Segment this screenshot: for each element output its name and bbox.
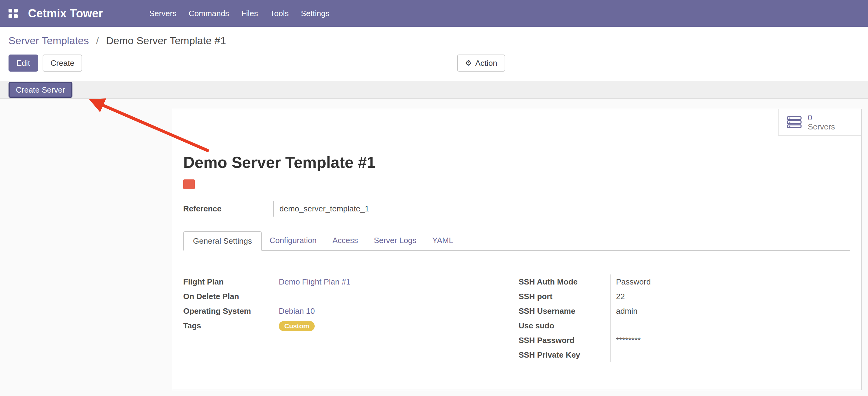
nav-item-tools[interactable]: Tools [270, 9, 289, 18]
page: Cetmix Tower Servers Commands Files Tool… [0, 0, 868, 396]
form-column-right: SSH Auth Mode Password SSH port 22 SSH U… [519, 275, 850, 362]
main-menu: Servers Commands Files Tools Settings [149, 9, 329, 18]
ssh-username-value: admin [610, 304, 850, 318]
field-label: SSH Password [519, 336, 610, 345]
field-label: Flight Plan [183, 277, 273, 287]
field-row-ssh-username: SSH Username admin [519, 304, 850, 318]
ssh-auth-mode-value: Password [610, 275, 850, 289]
field-row-tags: Tags Custom [183, 318, 519, 333]
record-toolbar: Edit Create ⚙ Action [8, 55, 860, 72]
action-button[interactable]: ⚙ Action [457, 55, 505, 72]
record-sheet: Demo Server Template #1 Reference demo_s… [172, 154, 861, 362]
breadcrumb: Server Templates / Demo Server Template … [0, 27, 868, 52]
field-row-use-sudo: Use sudo [519, 318, 850, 333]
field-label: SSH Private Key [519, 350, 610, 360]
field-row-ssh-private-key: SSH Private Key [519, 347, 850, 362]
field-label: SSH Username [519, 306, 610, 316]
apps-grid-square [14, 14, 18, 18]
create-button[interactable]: Create [42, 55, 82, 72]
apps-grid-icon[interactable] [8, 9, 18, 18]
notebook-tabs: General Settings Configuration Access Se… [183, 231, 850, 251]
field-label: SSH Auth Mode [519, 277, 610, 287]
tags-value: Custom [273, 321, 315, 331]
general-settings-form: Flight Plan Demo Flight Plan #1 On Delet… [183, 275, 850, 362]
tab-server-logs[interactable]: Server Logs [366, 231, 424, 250]
ssh-password-value: ******** [610, 333, 850, 347]
field-label: Tags [183, 321, 273, 331]
record-card: 0 Servers Demo Server Template #1 Refere… [172, 109, 862, 390]
nav-item-servers[interactable]: Servers [149, 9, 177, 18]
flight-plan-link[interactable]: Demo Flight Plan #1 [273, 277, 351, 287]
field-row-flight-plan: Flight Plan Demo Flight Plan #1 [183, 275, 519, 289]
action-button-label: Action [475, 58, 497, 68]
template-color-swatch [183, 179, 195, 189]
form-column-left: Flight Plan Demo Flight Plan #1 On Delet… [183, 275, 519, 362]
nav-item-commands[interactable]: Commands [189, 9, 229, 18]
server-stack-icon [787, 116, 802, 128]
breadcrumb-parent-link[interactable]: Server Templates [8, 35, 89, 46]
stat-value: 0 [808, 113, 835, 122]
tab-general-settings[interactable]: General Settings [183, 231, 262, 251]
field-label: SSH port [519, 292, 610, 301]
field-row-on-delete-plan: On Delete Plan [183, 289, 519, 304]
apps-grid-square [14, 9, 18, 12]
ssh-private-key-value [610, 347, 850, 362]
field-row-reference: Reference demo_server_template_1 [183, 201, 850, 217]
edit-button[interactable]: Edit [8, 55, 38, 72]
operating-system-link[interactable]: Debian 10 [273, 306, 315, 316]
use-sudo-value [610, 318, 850, 333]
field-row-ssh-port: SSH port 22 [519, 289, 850, 304]
record-title: Demo Server Template #1 [183, 154, 850, 171]
gear-icon: ⚙ [465, 58, 472, 68]
top-navbar: Cetmix Tower Servers Commands Files Tool… [0, 0, 868, 27]
action-statusbar: Create Server [0, 81, 868, 99]
create-server-button[interactable]: Create Server [8, 82, 72, 98]
stat-label: Servers [808, 122, 835, 131]
field-label: Use sudo [519, 321, 610, 331]
brand-title[interactable]: Cetmix Tower [28, 7, 103, 20]
field-label: On Delete Plan [183, 292, 273, 301]
servers-stat-button[interactable]: 0 Servers [778, 109, 861, 136]
apps-grid-square [8, 9, 12, 12]
reference-value: demo_server_template_1 [273, 201, 369, 217]
field-row-ssh-auth-mode: SSH Auth Mode Password [519, 275, 850, 289]
content-area: 0 Servers Demo Server Template #1 Refere… [0, 99, 868, 396]
field-row-operating-system: Operating System Debian 10 [183, 304, 519, 318]
breadcrumb-separator: / [96, 35, 99, 46]
tab-access[interactable]: Access [324, 231, 366, 250]
nav-item-settings[interactable]: Settings [301, 9, 329, 18]
reference-label: Reference [183, 204, 273, 214]
tab-yaml[interactable]: YAML [424, 231, 461, 250]
field-label: Operating System [183, 306, 273, 316]
card-button-box: 0 Servers [172, 109, 861, 136]
stat-text: 0 Servers [808, 113, 835, 131]
field-row-ssh-password: SSH Password ******** [519, 333, 850, 347]
apps-grid-square [8, 14, 12, 18]
breadcrumb-current: Demo Server Template #1 [106, 35, 226, 46]
nav-item-files[interactable]: Files [241, 9, 258, 18]
tab-configuration[interactable]: Configuration [262, 231, 325, 250]
tag-badge-custom: Custom [279, 321, 315, 331]
ssh-port-value: 22 [610, 289, 850, 304]
